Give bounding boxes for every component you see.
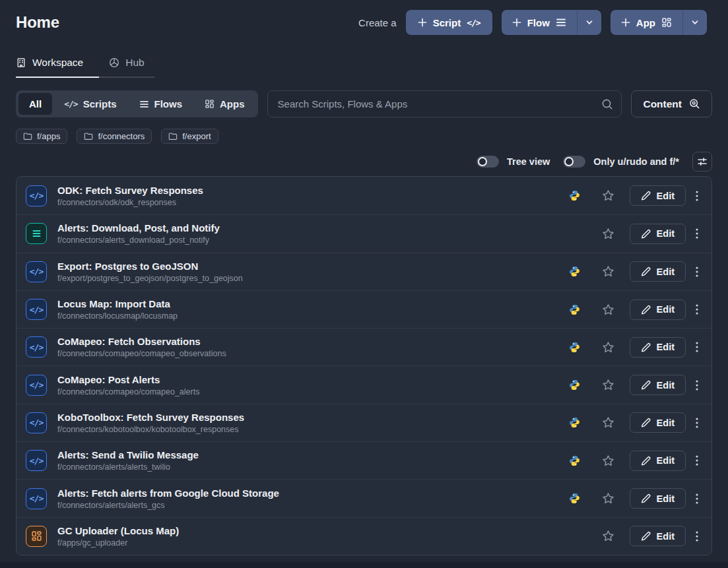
display-settings-button[interactable] xyxy=(692,152,712,172)
item-type-icon: </> xyxy=(26,488,47,509)
item-title: Alerts: Download, Post, and Notify xyxy=(57,222,220,234)
filter-flows[interactable]: Flows xyxy=(129,93,193,115)
filter-all-label: All xyxy=(29,98,42,110)
create-a-label: Create a xyxy=(358,17,397,28)
python-icon xyxy=(569,190,580,201)
kebab-icon xyxy=(696,493,698,504)
folder-chip-connectors[interactable]: f/connectors xyxy=(77,129,152,144)
script-icon: </> xyxy=(30,493,43,503)
star-button[interactable] xyxy=(601,377,616,393)
flow-bars-icon xyxy=(556,18,566,27)
edit-button[interactable]: Edit xyxy=(630,488,686,509)
star-button[interactable] xyxy=(601,188,616,203)
more-options-button[interactable] xyxy=(692,226,702,241)
star-button[interactable] xyxy=(601,302,616,317)
sliders-icon xyxy=(697,156,708,167)
item-actions: Edit xyxy=(569,412,702,433)
item-type-icon: </> xyxy=(26,336,47,358)
edit-button[interactable]: Edit xyxy=(630,300,686,320)
more-options-button[interactable] xyxy=(692,377,702,393)
list-item[interactable]: </> GC Uploader (Locus Map) f/apps/gc_up… xyxy=(17,517,711,555)
tab-workspace[interactable]: Workspace xyxy=(16,54,99,78)
item-text: Alerts: Fetch alerts from Google Cloud S… xyxy=(57,488,279,510)
star-button[interactable] xyxy=(601,491,616,506)
list-item[interactable]: </> Locus Map: Import Data f/connectors/… xyxy=(17,290,711,328)
content-button-label: Content xyxy=(643,98,682,110)
content-button[interactable]: Content xyxy=(631,90,712,117)
edit-button[interactable]: Edit xyxy=(630,185,686,206)
create-script-button[interactable]: Script </> xyxy=(406,10,492,35)
edit-button[interactable]: Edit xyxy=(630,526,686,546)
pencil-icon xyxy=(641,418,651,427)
folder-chip-label: f/apps xyxy=(37,131,60,141)
edit-button[interactable]: Edit xyxy=(630,261,686,282)
star-button[interactable] xyxy=(601,264,616,279)
create-app-button[interactable]: App xyxy=(611,10,682,35)
filter-all[interactable]: All xyxy=(18,93,52,115)
more-options-button[interactable] xyxy=(692,188,702,204)
search-input[interactable] xyxy=(267,90,622,117)
more-options-button[interactable] xyxy=(692,453,702,468)
list-item[interactable]: </> Export: Postgres to GeoJSON f/export… xyxy=(17,253,711,290)
edit-button[interactable]: Edit xyxy=(630,412,686,433)
pencil-icon xyxy=(641,531,651,541)
tree-view-label: Tree view xyxy=(507,156,550,167)
folder-chip-apps[interactable]: f/apps xyxy=(16,129,67,144)
tabs: Workspace Hub xyxy=(16,54,712,78)
star-button[interactable] xyxy=(601,415,616,430)
list-item[interactable]: </> CoMapeo: Post Alerts f/connectors/co… xyxy=(17,365,711,403)
tree-view-toggle[interactable] xyxy=(477,156,499,168)
create-flow-button[interactable]: Flow xyxy=(502,10,577,35)
folder-chip-export[interactable]: f/export xyxy=(161,129,218,144)
more-options-button[interactable] xyxy=(692,301,702,317)
more-options-button[interactable] xyxy=(692,264,702,280)
search-icon xyxy=(601,98,613,110)
edit-button[interactable]: Edit xyxy=(630,451,686,471)
script-icon: </> xyxy=(30,456,43,466)
more-options-button[interactable] xyxy=(692,339,702,355)
item-path: f/apps/gc_uploader xyxy=(57,538,179,548)
pencil-icon xyxy=(641,342,651,352)
tab-hub[interactable]: Hub xyxy=(99,54,154,78)
script-icon: </> xyxy=(30,191,43,201)
list-item[interactable]: </> CoMapeo: Fetch Observations f/connec… xyxy=(17,328,711,365)
filter-apps[interactable]: Apps xyxy=(194,93,255,115)
plus-icon xyxy=(418,18,427,27)
more-options-button[interactable] xyxy=(692,491,702,507)
item-type-icon: </> xyxy=(26,375,47,396)
app-dropdown-button[interactable] xyxy=(683,10,707,35)
more-options-button[interactable] xyxy=(692,415,702,431)
filter-flows-label: Flows xyxy=(154,98,183,110)
edit-button[interactable]: Edit xyxy=(630,224,686,244)
edit-button[interactable]: Edit xyxy=(630,375,686,395)
star-button[interactable] xyxy=(601,453,616,468)
star-icon xyxy=(602,265,614,278)
star-button[interactable] xyxy=(601,340,616,355)
list-item[interactable]: </> ODK: Fetch Survey Responses f/connec… xyxy=(17,177,711,214)
star-button[interactable] xyxy=(601,528,616,544)
edit-button[interactable]: Edit xyxy=(630,337,686,358)
list-item[interactable]: </> Alerts: Send a Twilio Message f/conn… xyxy=(17,441,711,479)
filter-scripts[interactable]: </> Scripts xyxy=(53,93,127,115)
folder-chip-label: f/export xyxy=(182,131,211,141)
item-path: f/connectors/comapeo/comapeo_alerts xyxy=(57,387,199,396)
plus-icon xyxy=(512,18,521,27)
pencil-icon xyxy=(641,229,651,239)
star-icon xyxy=(602,530,614,542)
flow-dropdown-button[interactable] xyxy=(578,10,601,35)
star-button[interactable] xyxy=(601,226,616,241)
item-type-icon: </> xyxy=(26,185,47,206)
list-item[interactable]: </> Alerts: Fetch alerts from Google Clo… xyxy=(17,479,711,517)
list-item[interactable]: </> KoboToolbox: Fetch Survey Responses … xyxy=(17,404,711,441)
more-options-button[interactable] xyxy=(692,528,702,544)
item-actions: Edit xyxy=(569,488,702,509)
chevron-down-icon xyxy=(585,18,593,26)
pencil-icon xyxy=(641,380,651,390)
edit-button-label: Edit xyxy=(657,418,675,428)
item-text: CoMapeo: Post Alerts f/connectors/comape… xyxy=(57,374,199,396)
list-item[interactable]: </> Alerts: Download, Post, and Notify f… xyxy=(17,214,711,252)
create-flow-label: Flow xyxy=(527,17,550,28)
owner-filter-toggle[interactable] xyxy=(563,156,585,168)
kebab-icon xyxy=(696,418,698,428)
item-text: Locus Map: Import Data f/connectors/locu… xyxy=(57,298,178,321)
